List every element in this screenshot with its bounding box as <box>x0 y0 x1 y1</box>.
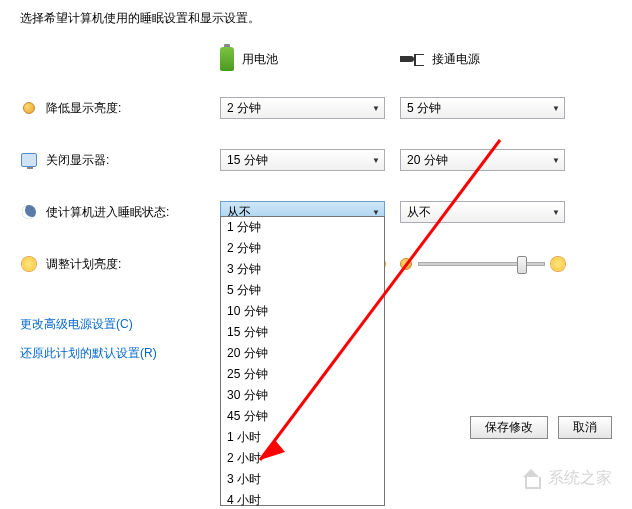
dropdown-option[interactable]: 15 分钟 <box>221 322 384 343</box>
plug-icon <box>400 52 424 66</box>
dropdown-option[interactable]: 20 分钟 <box>221 343 384 364</box>
dim-label: 降低显示亮度: <box>46 100 121 117</box>
dropdown-option[interactable]: 3 分钟 <box>221 259 384 280</box>
high-brightness-icon <box>551 257 565 271</box>
column-headers: 用电池 接通电源 <box>20 47 612 71</box>
battery-icon <box>220 47 234 71</box>
dropdown-option[interactable]: 2 分钟 <box>221 238 384 259</box>
brightness-label: 调整计划亮度: <box>46 256 121 273</box>
battery-header: 用电池 <box>220 47 400 71</box>
plugged-header: 接通电源 <box>400 47 580 71</box>
monitor-icon <box>21 153 37 167</box>
battery-label: 用电池 <box>242 51 278 68</box>
dim-plugged-dropdown[interactable]: 5 分钟 <box>400 97 565 119</box>
dim-battery-dropdown[interactable]: 2 分钟 <box>220 97 385 119</box>
display-off-label: 关闭显示器: <box>46 152 109 169</box>
row-dim: 降低显示亮度: 2 分钟 5 分钟 <box>20 96 612 120</box>
dropdown-option[interactable]: 45 分钟 <box>221 406 384 427</box>
display-off-plugged-dropdown[interactable]: 20 分钟 <box>400 149 565 171</box>
low-brightness-icon <box>400 258 412 270</box>
sleep-dropdown-list[interactable]: 1 分钟2 分钟3 分钟5 分钟10 分钟15 分钟20 分钟25 分钟30 分… <box>220 216 385 506</box>
sun-icon <box>22 257 36 271</box>
slider-thumb[interactable] <box>517 256 527 274</box>
dropdown-option[interactable]: 5 分钟 <box>221 280 384 301</box>
watermark: 系统之家 <box>520 468 612 489</box>
display-off-battery-dropdown[interactable]: 15 分钟 <box>220 149 385 171</box>
dropdown-option[interactable]: 25 分钟 <box>221 364 384 385</box>
dropdown-option[interactable]: 1 小时 <box>221 427 384 448</box>
dropdown-option[interactable]: 4 小时 <box>221 490 384 509</box>
sleep-label: 使计算机进入睡眠状态: <box>46 204 169 221</box>
save-button[interactable]: 保存修改 <box>470 416 548 439</box>
action-buttons: 保存修改 取消 <box>470 416 612 439</box>
moon-icon <box>22 205 36 219</box>
row-display-off: 关闭显示器: 15 分钟 20 分钟 <box>20 148 612 172</box>
plugged-label: 接通电源 <box>432 51 480 68</box>
instruction-text: 选择希望计算机使用的睡眠设置和显示设置。 <box>20 10 612 27</box>
house-icon <box>520 469 542 489</box>
dropdown-option[interactable]: 10 分钟 <box>221 301 384 322</box>
dropdown-option[interactable]: 3 小时 <box>221 469 384 490</box>
dropdown-option[interactable]: 30 分钟 <box>221 385 384 406</box>
sleep-plugged-dropdown[interactable]: 从不 <box>400 201 565 223</box>
brightness-plugged-slider[interactable] <box>400 257 565 271</box>
dim-icon <box>23 102 35 114</box>
dropdown-option[interactable]: 1 分钟 <box>221 217 384 238</box>
dropdown-option[interactable]: 2 小时 <box>221 448 384 469</box>
cancel-button[interactable]: 取消 <box>558 416 612 439</box>
